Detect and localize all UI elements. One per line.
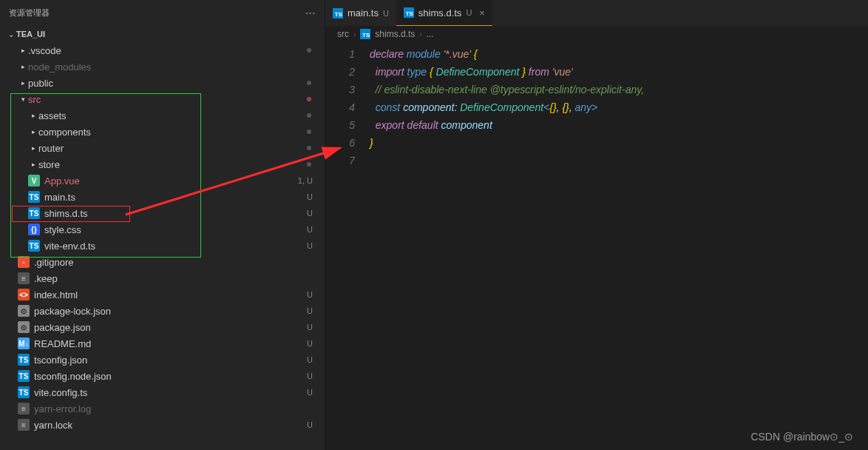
tree-item-store[interactable]: ▸store (0, 156, 325, 172)
file-label: index.html (34, 289, 305, 300)
tree-item-shims-d-ts[interactable]: TSshims.d.tsU (0, 205, 325, 221)
dot-indicator (307, 146, 311, 150)
file-label: .gitignore (34, 257, 325, 268)
file-icon: ≡ (18, 419, 30, 431)
git-status: U (305, 355, 313, 364)
tree-item-components[interactable]: ▸components (0, 124, 325, 140)
tree-item-readme-md[interactable]: M↓README.mdU (0, 335, 325, 352)
file-icon: ◦ (18, 256, 30, 268)
chevron-icon: ▸ (28, 161, 38, 168)
tab-label: shims.d.ts (418, 7, 462, 19)
file-label: tsconfig.node.json (34, 371, 305, 382)
chevron-icon: ▸ (18, 47, 28, 54)
file-label: package-lock.json (34, 306, 305, 317)
close-icon[interactable]: × (479, 7, 485, 19)
chevron-icon: ▸ (28, 128, 38, 135)
tree-item-vite-config-ts[interactable]: TSvite.config.tsU (0, 384, 325, 400)
tab-label: main.ts (347, 7, 379, 19)
modified-dot (307, 97, 311, 101)
file-icon: TS (28, 191, 40, 203)
git-status: U (305, 241, 313, 250)
file-icon: M↓ (18, 338, 30, 349)
file-icon: TS (28, 240, 40, 252)
git-status: U (305, 339, 313, 348)
tree-item-public[interactable]: ▸public (0, 75, 325, 91)
file-label: App.vue (44, 175, 298, 187)
file-icon: TS (18, 370, 30, 382)
tree-item--gitignore[interactable]: ◦.gitignore (0, 254, 325, 270)
tree-item--keep[interactable]: ≡.keep (0, 270, 325, 286)
git-status: U (305, 323, 313, 332)
file-label: node_modules (28, 61, 325, 73)
breadcrumb[interactable]: src › TS shims.d.ts › ... (325, 26, 868, 42)
more-icon[interactable]: ··· (305, 7, 316, 19)
line-gutter: 1234567 (325, 42, 370, 450)
dot-indicator (307, 130, 311, 134)
tree-item-main-ts[interactable]: TSmain.tsU (0, 189, 325, 205)
git-status: U (305, 192, 313, 201)
tab-modified-indicator: U (466, 8, 472, 17)
tree-item-node-modules[interactable]: ▸node_modules (0, 58, 325, 75)
chevron-right-icon: › (419, 30, 421, 38)
tree-item-tsconfig-node-json[interactable]: TStsconfig.node.jsonU (0, 368, 325, 384)
chevron-right-icon: › (353, 30, 356, 38)
git-status: U (305, 372, 313, 380)
file-label: assets (38, 110, 307, 121)
breadcrumb-part: shims.d.ts (375, 29, 415, 39)
tree-item--vscode[interactable]: ▸.vscode (0, 42, 325, 58)
dot-indicator (307, 162, 311, 167)
file-icon: {} (28, 224, 40, 235)
tree-item-src[interactable]: ▾src (0, 91, 325, 107)
tree-item-package-json[interactable]: ⊙package.jsonU (0, 319, 325, 335)
file-label: yarn-error.log (34, 403, 325, 414)
file-label: style.css (44, 224, 305, 235)
file-label: vite-env.d.ts (44, 241, 305, 252)
file-icon: ⊙ (18, 305, 30, 317)
file-label: router (38, 143, 307, 154)
git-status: U (305, 306, 313, 315)
chevron-icon: ▸ (28, 112, 38, 119)
tree-item-yarn-lock[interactable]: ≡yarn.lockU (0, 417, 325, 433)
file-label: README.md (34, 338, 305, 349)
tree-item-vite-env-d-ts[interactable]: TSvite-env.d.tsU (0, 238, 325, 254)
git-status: U (305, 388, 313, 397)
tree-item-tsconfig-json[interactable]: TStsconfig.jsonU (0, 352, 325, 368)
ts-file-icon: TS (360, 29, 370, 39)
chevron-down-icon: ⌄ (6, 30, 16, 38)
file-icon: ≡ (18, 403, 30, 414)
editor-area: TSmain.tsUTSshims.d.tsU× src › TS shims.… (325, 0, 868, 450)
ts-file-icon: TS (404, 7, 414, 18)
tree-item-package-lock-json[interactable]: ⊙package-lock.jsonU (0, 303, 325, 319)
project-root[interactable]: ⌄ TEA_UI (0, 26, 325, 42)
file-label: shims.d.ts (44, 208, 305, 219)
tree-item-index-html[interactable]: <>index.htmlU (0, 286, 325, 303)
dot-indicator (307, 81, 311, 85)
file-tree: ▸.vscode▸node_modules▸public▾src▸assets▸… (0, 42, 325, 450)
project-name: TEA_UI (16, 30, 45, 38)
tab-shims-d-ts[interactable]: TSshims.d.tsU× (396, 0, 492, 26)
git-status: 1, U (298, 176, 313, 185)
file-icon: TS (18, 386, 30, 398)
tree-item-app-vue[interactable]: VApp.vue1, U (0, 172, 325, 189)
tab-main-ts[interactable]: TSmain.tsU (325, 0, 396, 26)
breadcrumb-part: src (337, 29, 349, 39)
tree-item-assets[interactable]: ▸assets (0, 107, 325, 124)
file-icon: V (28, 175, 40, 187)
breadcrumb-part: ... (427, 29, 434, 39)
dot-indicator (307, 113, 311, 118)
file-explorer-sidebar: 资源管理器 ··· ⌄ TEA_UI ▸.vscode▸node_modules… (0, 0, 325, 450)
code-editor[interactable]: 1234567 declare module '*.vue' { import … (325, 42, 868, 450)
git-status: U (305, 225, 313, 234)
file-label: components (38, 127, 307, 138)
file-icon: <> (18, 289, 30, 300)
git-status: U (305, 420, 313, 429)
tree-item-yarn-error-log[interactable]: ≡yarn-error.log (0, 400, 325, 417)
sidebar-title: 资源管理器 (9, 7, 305, 19)
file-icon: TS (28, 207, 40, 219)
file-label: yarn.lock (34, 420, 305, 431)
tree-item-style-css[interactable]: {}style.cssU (0, 221, 325, 238)
code-content[interactable]: declare module '*.vue' { import type { D… (370, 42, 868, 450)
chevron-icon: ▸ (28, 144, 38, 152)
file-icon: ⊙ (18, 321, 30, 333)
tree-item-router[interactable]: ▸router (0, 140, 325, 156)
